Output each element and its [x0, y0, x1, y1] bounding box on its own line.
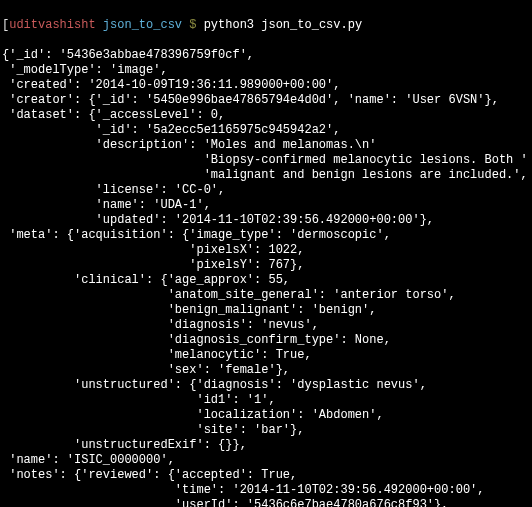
prompt-user: uditvashisht [9, 18, 95, 32]
terminal-window[interactable]: [uditvashisht json_to_csv $ python3 json… [0, 0, 532, 507]
prompt-dir: json_to_csv [103, 18, 182, 32]
prompt-command: python3 json_to_csv.py [204, 18, 362, 32]
output-block: {'_id': '5436e3abbae478396759f0cf', '_mo… [2, 48, 530, 507]
prompt-dollar: $ [189, 18, 196, 32]
prompt-line: [uditvashisht json_to_csv $ python3 json… [2, 18, 530, 33]
